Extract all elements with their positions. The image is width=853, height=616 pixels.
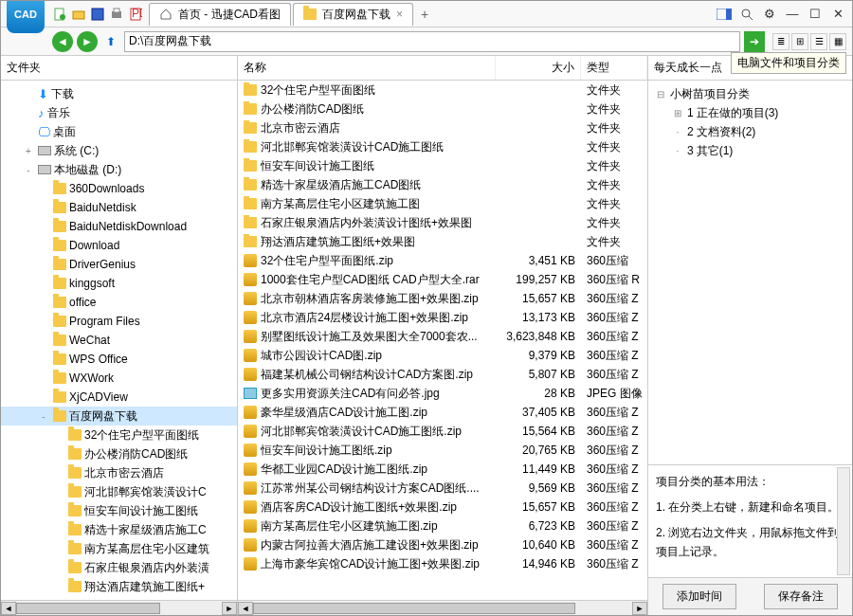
expander-icon[interactable]: ⊞ — [671, 108, 684, 118]
file-row[interactable]: 石家庄银泉酒店内外装潢设计图纸+效果图文件夹 — [238, 213, 647, 232]
tree-item[interactable]: XjCADView — [1, 388, 237, 407]
tab-folder[interactable]: 百度网盘下载 × — [293, 3, 413, 26]
new-icon[interactable] — [52, 7, 67, 22]
expander-icon[interactable]: + — [22, 146, 35, 156]
nav-up-button[interactable]: ⬆ — [101, 33, 120, 50]
file-list[interactable]: 32个住宅户型平面图纸文件夹办公楼消防CAD图纸文件夹北京市密云酒店文件夹河北邯… — [238, 81, 647, 600]
minimize-button[interactable]: — — [784, 7, 801, 22]
project-tree[interactable]: ⊟ 小树苗项目分类 ⊞1 正在做的项目(3)·2 文档资料(2)·3 其它(1) — [648, 81, 852, 464]
file-row[interactable]: 江苏常州某公司钢结构设计方案CAD图纸....9,569 KB360压缩 Z — [238, 479, 647, 498]
tree-item[interactable]: Program Files — [1, 312, 237, 331]
view-grid-icon[interactable]: ⊞ — [791, 33, 808, 50]
scroll-track[interactable] — [16, 602, 222, 615]
print-icon[interactable] — [109, 7, 124, 22]
file-row[interactable]: 更多实用资源关注CAD有问必答.jpg28 KBJPEG 图像 — [238, 384, 647, 403]
tree-item[interactable]: 翔达酒店建筑施工图纸+ — [1, 577, 237, 596]
file-row[interactable]: 北京市朝林酒店客房装修施工图+效果图.zip15,657 KB360压缩 Z — [238, 289, 647, 308]
file-row[interactable]: 北京市酒店24层楼设计施工图+效果图.zip13,173 KB360压缩 Z — [238, 308, 647, 327]
nav-back-button[interactable]: ◄ — [52, 31, 73, 52]
file-row[interactable]: 豪华星级酒店CAD设计施工图.zip37,405 KB360压缩 Z — [238, 403, 647, 422]
go-button[interactable]: ➔ — [744, 31, 765, 52]
close-button[interactable]: ✕ — [829, 7, 846, 22]
project-tree-root[interactable]: ⊟ 小树苗项目分类 — [654, 84, 846, 103]
tree-item[interactable]: ⬇下载 — [1, 84, 237, 103]
settings-icon[interactable]: ⚙ — [761, 7, 778, 22]
file-row[interactable]: 32个住宅户型平面图纸文件夹 — [238, 81, 647, 100]
file-row[interactable]: 上海市豪华宾馆CAD设计施工图+效果图.zip14,946 KB360压缩 Z — [238, 554, 647, 573]
file-row[interactable]: 翔达酒店建筑施工图纸+效果图文件夹 — [238, 232, 647, 251]
tree-item[interactable]: WXWork — [1, 369, 237, 388]
file-row[interactable]: 1000套住宅户型CAD图纸 CAD户型大全.rar199,257 KB360压… — [238, 270, 647, 289]
view-detail-icon[interactable]: ☰ — [810, 33, 827, 50]
layout-toggle-icon[interactable] — [716, 7, 733, 22]
tree-item[interactable]: kinggsoft — [1, 274, 237, 293]
open-icon[interactable] — [71, 7, 86, 22]
col-type[interactable]: 类型 — [581, 56, 647, 80]
file-row[interactable]: 恒安车间设计施工图纸文件夹 — [238, 156, 647, 175]
file-row[interactable]: 北京市密云酒店文件夹 — [238, 118, 647, 137]
tree-item[interactable]: 360Downloads — [1, 179, 237, 198]
zoom-icon[interactable] — [738, 7, 755, 22]
maximize-button[interactable]: ☐ — [807, 7, 824, 22]
scroll-left-button[interactable]: ◄ — [238, 602, 253, 615]
file-row[interactable]: 河北邯郸宾馆装潢设计CAD施工图纸文件夹 — [238, 137, 647, 156]
tree-item[interactable]: WPS Office — [1, 350, 237, 369]
project-tree-item[interactable]: ·2 文档资料(2) — [654, 122, 846, 141]
project-tree-item[interactable]: ⊞1 正在做的项目(3) — [654, 103, 846, 122]
file-row[interactable]: 华都工业园CAD设计施工图纸.zip11,449 KB360压缩 Z — [238, 460, 647, 479]
file-row[interactable]: 城市公园设计CAD图.zip9,379 KB360压缩 Z — [238, 346, 647, 365]
close-icon[interactable]: × — [396, 8, 403, 21]
file-row[interactable]: 酒店客房CAD设计施工图纸+效果图.zip15,657 KB360压缩 Z — [238, 498, 647, 516]
tree-item[interactable]: 恒安车间设计施工图纸 — [1, 501, 237, 520]
tab-home[interactable]: 首页 - 迅捷CAD看图 — [149, 3, 291, 26]
expander-icon[interactable]: · — [671, 146, 684, 156]
tree-item[interactable]: 精选十家星级酒店施工C — [1, 520, 237, 539]
tree-item[interactable]: BaiduNetdisk — [1, 198, 237, 217]
scrollbar-vertical[interactable] — [837, 467, 850, 575]
tree-item[interactable]: 🖵桌面 — [1, 122, 237, 141]
file-row[interactable]: 办公楼消防CAD图纸文件夹 — [238, 100, 647, 118]
tree-item[interactable]: +系统 (C:) — [1, 141, 237, 160]
scrollbar-horizontal[interactable]: ◄ ► — [238, 600, 647, 615]
col-name[interactable]: 名称 — [238, 56, 496, 80]
address-input[interactable] — [129, 35, 735, 48]
expander-icon[interactable]: - — [37, 411, 50, 422]
save-icon[interactable] — [90, 7, 105, 22]
tree-item[interactable]: Download — [1, 236, 237, 255]
file-row[interactable]: 河北邯郸宾馆装潢设计CAD施工图纸.zip15,564 KB360压缩 Z — [238, 422, 647, 441]
view-list-icon[interactable]: ≣ — [772, 33, 789, 50]
pdf-icon[interactable]: PDF — [128, 7, 143, 22]
folder-tree[interactable]: ⬇下载♪音乐🖵桌面+系统 (C:)-本地磁盘 (D:)360DownloadsB… — [1, 81, 237, 600]
view-thumb-icon[interactable]: ▦ — [829, 33, 846, 50]
col-size[interactable]: 大小 — [496, 56, 581, 80]
tree-item[interactable]: -百度网盘下载 — [1, 407, 237, 426]
file-row[interactable]: 恒安车间设计施工图纸.zip20,765 KB360压缩 Z — [238, 441, 647, 460]
save-note-button[interactable]: 保存备注 — [764, 584, 838, 609]
scroll-track[interactable] — [253, 602, 632, 615]
file-row[interactable]: 精选十家星级酒店施工CAD图纸文件夹 — [238, 175, 647, 194]
scroll-left-button[interactable]: ◄ — [1, 602, 16, 615]
add-time-button[interactable]: 添加时间 — [662, 584, 736, 609]
tree-item[interactable]: ♪音乐 — [1, 103, 237, 122]
tree-item[interactable]: 南方某高层住宅小区建筑 — [1, 539, 237, 558]
tree-item[interactable]: 32个住宅户型平面图纸 — [1, 426, 237, 444]
scrollbar-horizontal[interactable]: ◄ ► — [1, 600, 237, 615]
expander-icon[interactable]: - — [22, 165, 35, 175]
scroll-right-button[interactable]: ► — [222, 602, 237, 615]
file-row[interactable]: 内蒙古阿拉善大酒店施工建设图+效果图.zip10,640 KB360压缩 Z — [238, 535, 647, 554]
tree-item[interactable]: DriverGenius — [1, 255, 237, 274]
file-row[interactable]: 南方某高层住宅小区建筑施工图.zip6,723 KB360压缩 Z — [238, 516, 647, 535]
tree-item[interactable]: 办公楼消防CAD图纸 — [1, 444, 237, 463]
nav-forward-button[interactable]: ► — [77, 31, 98, 52]
tree-item[interactable]: WeChat — [1, 331, 237, 350]
expander-icon[interactable]: · — [671, 127, 684, 137]
file-row[interactable]: 32个住宅户型平面图纸.zip3,451 KB360压缩 — [238, 251, 647, 270]
file-row[interactable]: 福建某机械公司钢结构设计CAD方案图.zip5,807 KB360压缩 Z — [238, 365, 647, 384]
project-tree-item[interactable]: ·3 其它(1) — [654, 141, 846, 160]
add-tab-button[interactable]: + — [415, 5, 434, 24]
expander-icon[interactable]: ⊟ — [654, 89, 667, 100]
tree-item[interactable]: 河北邯郸宾馆装潢设计C — [1, 482, 237, 501]
tree-item[interactable]: 北京市密云酒店 — [1, 463, 237, 482]
tree-item[interactable]: office — [1, 293, 237, 312]
address-bar[interactable] — [124, 31, 740, 52]
